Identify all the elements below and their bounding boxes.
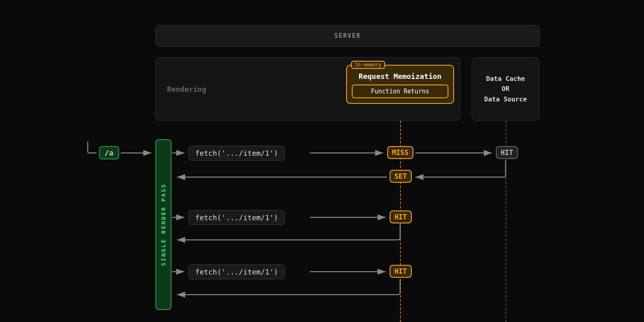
fetch-call-2: fetch('.../item/1') (188, 210, 285, 225)
rendering-label: Rendering (167, 85, 206, 93)
request-memoization-box: In-memory Request Memoization Function R… (346, 65, 454, 104)
function-returns-box: Function Returns (352, 85, 448, 98)
memo-badge-hit-2: HIT (390, 211, 412, 223)
render-pass-label: SINGLE RENDER PASS (160, 183, 167, 266)
memo-badge-hit-3: HIT (390, 265, 412, 278)
datasource-badge-hit: HIT (496, 146, 518, 159)
data-cache-panel: Data Cache OR Data Source (472, 57, 539, 121)
memo-badge-set: SET (390, 170, 412, 183)
route-pill: /a (99, 146, 119, 159)
memo-title: Request Memoization (352, 72, 448, 80)
in-memory-tag: In-memory (351, 61, 385, 69)
memo-badge-miss: MISS (387, 146, 413, 159)
flow-arrows (0, 0, 644, 322)
fetch-call-1: fetch('.../item/1') (188, 146, 285, 161)
fetch-call-3: fetch('.../item/1') (188, 264, 285, 279)
single-render-pass-bar: SINGLE RENDER PASS (155, 139, 171, 310)
server-header: SERVER (155, 25, 540, 47)
